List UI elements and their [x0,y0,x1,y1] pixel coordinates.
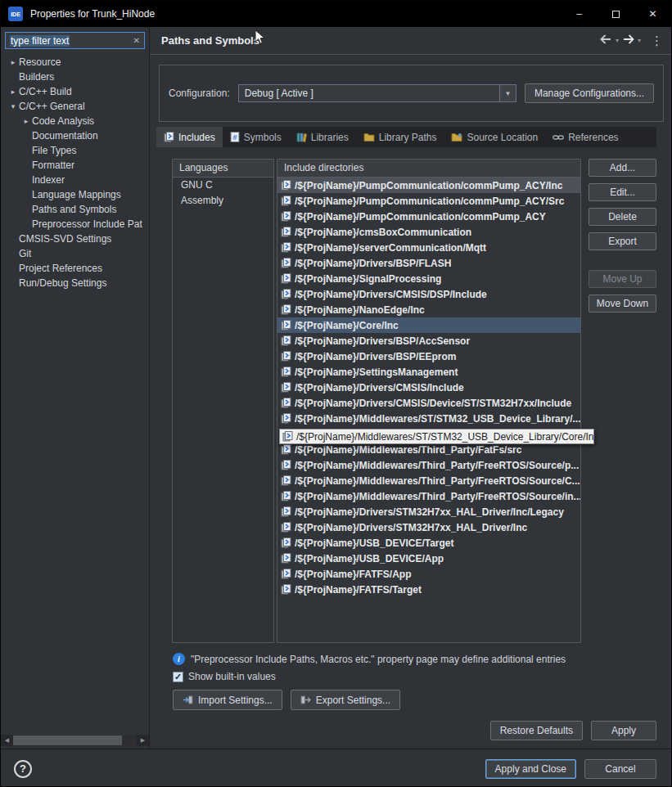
configuration-select[interactable]: Debug [ Active ] ▼ [238,84,516,102]
help-button[interactable]: ? [14,760,32,778]
include-row[interactable]: /${ProjName}/Drivers/CMSIS/Device/ST/STM… [277,395,580,411]
tab-library-paths[interactable]: Library Paths [356,127,444,147]
include-row[interactable]: /${ProjName}/Middlewares/Third_Party/Fre… [277,473,580,488]
include-row[interactable]: /${ProjName}/SignalProcessing [277,271,580,286]
export-button[interactable]: Export [589,232,656,250]
include-row[interactable]: /${ProjName}/Middlewares/Third_Party/Fre… [277,488,580,504]
include-row[interactable]: /${ProjName}/Drivers/CMSIS/Include [277,380,580,395]
language-item-gnu-c[interactable]: GNU C [173,178,273,193]
sidebar-item-git[interactable]: Git [1,246,149,261]
scroll-track[interactable] [13,735,137,746]
sidebar-item-paths-and-symbols[interactable]: Paths and Symbols [1,202,149,217]
scroll-left-icon[interactable]: ◀ [1,735,13,746]
import-settings-button[interactable]: Import Settings... [173,690,282,710]
move-up-button[interactable]: Move Up [589,270,656,288]
include-row[interactable]: /${ProjName}/Drivers/CMSIS/DSP/Include [277,286,580,302]
show-builtin-row[interactable]: ✓ Show built-in values [173,671,656,682]
delete-button[interactable]: Delete [589,208,656,226]
tab-references[interactable]: References [545,127,625,147]
sidebar-item-language-mappings[interactable]: Language Mappings [1,187,149,202]
include-path-icon [281,367,291,377]
include-row[interactable]: /${ProjName}/USB_DEVICE/Target [277,535,580,551]
include-row[interactable]: /${ProjName}/Middlewares/ST/STM32_USB_De… [277,411,580,426]
back-icon[interactable] [599,34,613,47]
tab-libraries[interactable]: Libraries [289,127,356,147]
include-path: /${ProjName}/USB_DEVICE/App [295,553,444,564]
apply-and-close-button[interactable]: Apply and Close [485,759,576,779]
include-row[interactable]: /${ProjName}/cmsBoxCommunication [277,224,580,240]
tab-symbols[interactable]: #Symbols [223,127,289,147]
content-row: Languages GNU CAssembly Include director… [172,159,656,643]
include-row[interactable]: /${ProjName}/PumpCommunication/commPump_… [277,209,580,224]
include-row[interactable]: /${ProjName}/FATFS/Target [277,582,580,597]
include-path: /${ProjName}/Drivers/BSP/AccSensor [295,335,470,347]
include-row[interactable]: /${ProjName}/Drivers/BSP/FLASH [277,255,580,271]
filter-text-value: type filter text [10,35,70,47]
minimize-button[interactable]: – [561,1,598,27]
include-row[interactable]: /${ProjName}/PumpCommunication/commPump_… [277,178,580,193]
include-row[interactable]: /${ProjName}/FATFS/App [277,566,580,582]
sidebar-item-c-c-build[interactable]: ▸C/C++ Build [1,84,149,99]
sidebar-item-file-types[interactable]: File Types [1,143,149,158]
sidebar-item-documentation[interactable]: Documentation [1,128,149,143]
include-row[interactable]: /${ProjName}/SettingsManagement [277,364,580,380]
sidebar-item-label: C/C++ Build [19,86,72,97]
sidebar-item-cmsis-svd-settings[interactable]: CMSIS-SVD Settings [1,232,149,246]
manage-configurations-button[interactable]: Manage Configurations... [525,83,654,103]
include-row[interactable]: /${ProjName}/Core/Inc [277,317,580,333]
include-row[interactable]: /${ProjName}/USB_DEVICE/App [277,551,580,566]
include-row[interactable]: /${ProjName}/Drivers/BSP/AccSensor [277,333,580,349]
include-row[interactable]: /${ProjName}/Middlewares/Third_Party/Fre… [277,457,580,473]
add-button[interactable]: Add... [589,159,656,177]
sidebar-hscrollbar[interactable]: ◀ ▶ [1,735,149,746]
include-row[interactable]: /${ProjName}/serverCommunication/Mqtt [277,240,580,255]
sidebar-item-resource[interactable]: ▸Resource [1,55,149,70]
tab-source-location[interactable]: Source Location [444,127,545,147]
restore-defaults-button[interactable]: Restore Defaults [490,721,583,740]
include-row[interactable]: /${ProjName}/Drivers/BSP/EEprom [277,349,580,364]
chevron-right-icon[interactable]: ▸ [7,58,19,66]
move-down-button[interactable]: Move Down [589,295,656,313]
scroll-right-icon[interactable]: ▶ [137,735,149,746]
window-controls: – ✕ [561,1,671,27]
scroll-thumb[interactable] [13,735,122,745]
sidebar-item-project-references[interactable]: Project References [1,261,149,276]
include-row[interactable]: /${ProjName}/Drivers/STM32H7xx_HAL_Drive… [277,519,580,535]
sidebar-item-indexer[interactable]: Indexer [1,173,149,187]
edit-button[interactable]: Edit... [589,183,656,201]
back-history-icon[interactable]: ▾ [616,37,619,44]
clear-filter-icon[interactable]: ✕ [133,36,140,45]
sidebar-item-c-c-general[interactable]: ▾C/C++ General [1,99,149,114]
apply-button[interactable]: Apply [591,721,656,740]
forward-history-icon[interactable]: ▾ [638,37,641,44]
footer-buttons: Restore Defaults Apply [150,721,656,740]
include-row[interactable]: /${ProjName}/PumpCommunication/commPump_… [277,193,580,209]
maximize-button[interactable] [598,1,634,27]
include-row[interactable]: /${ProjName}/Drivers/STM32H7xx_HAL_Drive… [277,504,580,519]
sidebar-item-formatter[interactable]: Formatter [1,158,149,173]
include-path-icon [281,444,291,455]
export-settings-button[interactable]: Export Settings... [291,690,400,710]
titlebar[interactable]: IDE Properties for Trunk_HiNode – ✕ [1,1,671,27]
include-row[interactable]: /${ProjName}/NanoEdge/Inc [277,302,580,317]
chevron-right-icon[interactable]: ▸ [7,88,19,96]
include-path-icon [281,413,291,424]
include-path-icon [281,227,291,237]
language-item-assembly[interactable]: Assembly [173,193,273,209]
sidebar-item-label: Preprocessor Include Pat [32,218,142,230]
cancel-button[interactable]: Cancel [584,759,656,779]
chevron-right-icon[interactable]: ▸ [20,117,32,125]
chevron-down-icon[interactable]: ▼ [499,85,516,101]
filter-input[interactable]: type filter text ✕ [5,32,145,49]
sidebar-item-run-debug-settings[interactable]: Run/Debug Settings [1,276,149,290]
forward-icon[interactable] [621,34,635,47]
tab-includes[interactable]: Includes [156,127,223,147]
sidebar-item-code-analysis[interactable]: ▸Code Analysis [1,114,149,128]
view-menu-icon[interactable]: ⋮ [651,34,663,48]
chevron-down-icon[interactable]: ▾ [7,102,19,110]
sidebar-item-label: Language Mappings [32,189,121,200]
close-button[interactable]: ✕ [634,1,671,27]
sidebar-item-builders[interactable]: Builders [1,70,149,84]
sidebar-item-preprocessor-include-pat[interactable]: Preprocessor Include Pat [1,217,149,232]
show-builtin-checkbox[interactable]: ✓ [173,672,183,682]
